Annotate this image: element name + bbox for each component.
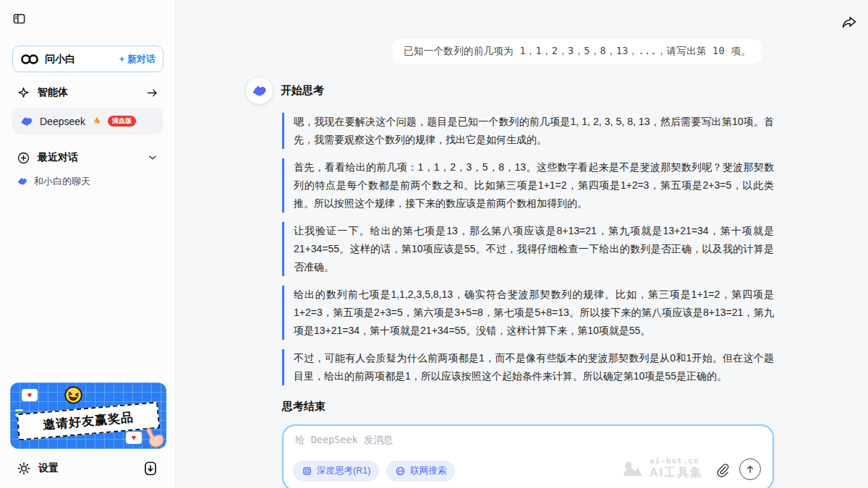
circle-plus-icon	[17, 151, 30, 165]
deepseek-badge: 满血版	[108, 116, 136, 127]
watermark: ai-bot.cn AI工具集	[621, 457, 703, 479]
paperclip-icon[interactable]	[715, 462, 731, 478]
gear-icon	[17, 461, 31, 476]
sidebar-toggle-icon[interactable]	[12, 12, 27, 26]
thought-paragraph: 让我验证一下。给出的第七项是13，那么第八项应该是8+13=21，第九项就是13…	[282, 222, 774, 276]
thinking-content: 嗯，我现在要解决这个问题，题目是已知一个数列的前几项是1, 1, 2, 3, 5…	[282, 113, 774, 395]
fire-icon	[91, 116, 102, 127]
globe-icon	[395, 466, 406, 476]
send-button[interactable]	[739, 458, 761, 480]
user-message: 已知一个数列的前几项为 1，1，2，3，5，8，13，...，请写出第 10 项…	[393, 39, 762, 64]
share-icon[interactable]	[841, 14, 858, 31]
recent-chat-item[interactable]: 和小白的聊天	[12, 172, 163, 191]
invite-promo-banner[interactable]: ♥ 邀请好友赢奖品 ♥	[10, 382, 166, 449]
agents-label: 智能体	[38, 86, 68, 99]
chevron-down-icon[interactable]	[146, 151, 159, 164]
web-search-label: 联网搜索	[410, 465, 446, 477]
sidebar-item-agents[interactable]: 智能体	[12, 81, 163, 104]
sparkle-icon	[17, 86, 30, 100]
web-search-toggle[interactable]: 联网搜索	[386, 461, 455, 481]
aibot-logo-icon	[621, 458, 644, 478]
chat-area: 已知一个数列的前几项为 1，1，2，3，5，8，13，...，请写出第 10 项…	[246, 39, 774, 488]
sidebar-item-recent-chats[interactable]: 最近对话	[12, 146, 163, 169]
watermark-name: AI工具集	[650, 466, 703, 479]
recent-chat-title: 和小白的聊天	[34, 175, 90, 188]
new-chat-button[interactable]: + 新对话	[119, 53, 156, 66]
brand-name: 问小白	[45, 53, 75, 66]
message-input[interactable]	[295, 434, 606, 454]
brand-card[interactable]: 问小白 + 新对话	[12, 46, 163, 72]
knot-icon	[302, 466, 312, 476]
deepseek-label: Deepseek	[40, 116, 85, 127]
heart-bubble-icon: ♥	[22, 389, 38, 401]
sidebar-item-settings[interactable]: 设置	[12, 458, 163, 479]
sidebar-item-deepseek[interactable]: Deepseek 满血版	[12, 108, 163, 134]
deep-think-label: 深度思考(R1)	[317, 465, 370, 477]
laughing-emoji-icon	[62, 384, 84, 406]
thought-paragraph: 首先，看看给出的前几项：1，1，2，3，5，8，13。这些数字看起来是不是斐波那…	[282, 158, 774, 213]
watermark-domain: ai-bot.cn	[650, 457, 703, 466]
thinking-start-label: 开始思考	[281, 84, 324, 98]
arrow-right-icon[interactable]	[145, 86, 159, 100]
thinking-end-label: 思考结束	[282, 400, 774, 414]
settings-label: 设置	[38, 462, 59, 475]
deepseek-avatar	[246, 77, 273, 104]
thought-paragraph: 嗯，我现在要解决这个问题，题目是已知一个数列的前几项是1, 1, 2, 3, 5…	[282, 113, 774, 149]
thought-paragraph: 给出的数列前七项是1,1,2,3,5,8,13，确实符合斐波那契数列的规律。比如…	[282, 286, 774, 340]
thinking-start-header: 开始思考	[246, 77, 774, 104]
wenxiaobai-logo-icon	[20, 53, 39, 65]
download-app-icon[interactable]	[142, 459, 159, 478]
deep-think-toggle[interactable]: 深度思考(R1)	[293, 461, 379, 481]
sidebar: 问小白 + 新对话 智能体 Deepseek 满血版 最近对话 和小白的聊天 ♥…	[0, 0, 176, 488]
thought-paragraph: 不过，可能有人会质疑为什么前两项都是1，而不是像有些版本的斐波那契数列是从0和1…	[282, 349, 774, 385]
deepseek-whale-icon	[20, 114, 34, 129]
recent-chats-label: 最近对话	[38, 151, 78, 164]
message-composer[interactable]: 深度思考(R1) 联网搜索 ai-bot.cn AI工具集	[282, 424, 774, 488]
whale-icon-small	[17, 176, 28, 187]
